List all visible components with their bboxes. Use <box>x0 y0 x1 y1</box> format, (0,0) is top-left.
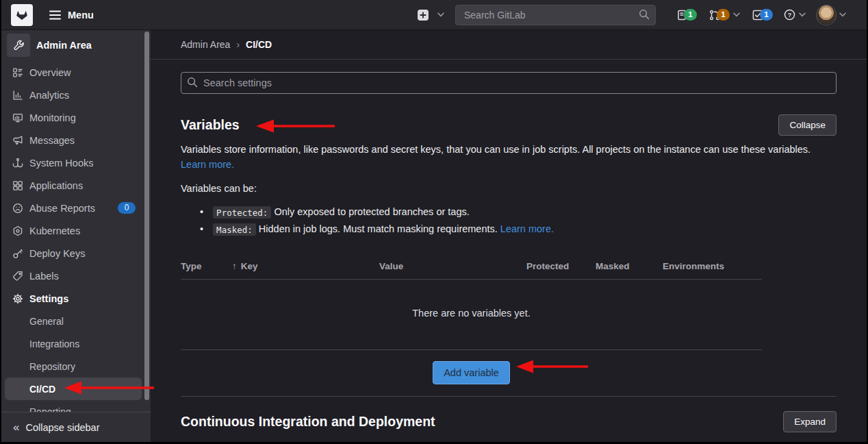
sidebar-item-label: Abuse Reports <box>29 203 95 214</box>
merge-requests-menu[interactable]: 1 <box>709 9 740 21</box>
sidebar-subitem-label: CI/CD <box>29 384 55 395</box>
settings-search-input[interactable] <box>181 72 837 94</box>
column-key-sortable[interactable]: ↑Key <box>232 261 379 271</box>
hook-icon <box>12 158 23 169</box>
masking-learn-more-link[interactable]: Learn more. <box>500 223 554 234</box>
column-key-label: Key <box>241 261 258 271</box>
overview-icon <box>12 67 23 78</box>
variables-table-header: Type ↑Key Value Protected Masked Environ… <box>181 261 762 280</box>
grid-icon <box>12 180 23 191</box>
variables-intro: Variables can be: <box>181 183 837 194</box>
breadcrumb-separator-icon: › <box>236 39 240 50</box>
sidebar-subitem-general[interactable]: General <box>1 310 151 332</box>
sidebar-subitem-repository[interactable]: Repository <box>1 355 151 378</box>
issues-count-badge: 1 <box>684 9 697 21</box>
monitor-icon <box>12 112 23 123</box>
todos-count-badge: 1 <box>760 9 773 21</box>
user-avatar <box>817 5 836 25</box>
chart-icon <box>12 90 23 101</box>
sidebar-item-label: Applications <box>29 180 83 191</box>
gitlab-logo[interactable] <box>11 4 33 26</box>
search-icon <box>639 9 650 23</box>
sidebar-nav: Admin Area Overview Analytics <box>1 30 151 412</box>
sidebar-item-overview[interactable]: Overview <box>1 61 151 84</box>
sidebar-item-label: System Hooks <box>29 158 93 169</box>
gitlab-admin-cicd-window: Menu <box>0 0 868 444</box>
sidebar-item-label: Messages <box>29 135 75 146</box>
variables-section: Variables Collapse Variables store infor… <box>181 114 837 396</box>
top-navbar: Menu <box>1 0 867 30</box>
gear-icon <box>12 293 23 304</box>
learn-more-link[interactable]: Learn more. <box>181 159 234 170</box>
sidebar-item-abuse-reports[interactable]: Abuse Reports 0 <box>1 197 151 219</box>
sidebar-item-label: Kubernetes <box>29 225 80 236</box>
admin-sidebar: Admin Area Overview Analytics <box>1 30 151 442</box>
expand-section-button[interactable]: Expand <box>783 411 837 432</box>
main-content: Admin Area › CI/CD Variables Collapse <box>151 30 867 442</box>
sidebar-item-label: Analytics <box>29 90 69 101</box>
variables-description: Variables store information, like passwo… <box>181 144 810 155</box>
user-menu[interactable] <box>817 5 846 25</box>
new-item-dropdown[interactable] <box>417 9 444 21</box>
sidebar-title: Admin Area <box>36 40 92 51</box>
chevron-down-icon <box>799 12 806 17</box>
kubernetes-icon <box>12 225 23 236</box>
chevron-down-icon <box>839 12 846 17</box>
sidebar-item-messages[interactable]: Messages <box>1 129 151 151</box>
tanuki-icon <box>14 8 29 23</box>
sidebar-scrollbar-thumb[interactable] <box>144 32 149 400</box>
collapse-sidebar-label: Collapse sidebar <box>25 422 99 433</box>
column-type: Type <box>181 261 232 271</box>
sidebar-item-deploy-keys[interactable]: Deploy Keys <box>1 242 151 264</box>
cicd-settings-section: Continuous Integration and Deployment Ex… <box>181 411 837 442</box>
double-chevron-left-icon: « <box>13 421 19 433</box>
settings-search <box>181 72 837 94</box>
help-menu[interactable]: ? <box>784 9 806 21</box>
sidebar-subitem-cicd[interactable]: CI/CD <box>5 378 142 400</box>
tag-icon <box>12 271 23 282</box>
protected-code-chip: Protected: <box>213 206 271 219</box>
bullet-item-protected: • Protected: Only exposed to protected b… <box>200 204 837 220</box>
sidebar-item-kubernetes[interactable]: Kubernetes <box>1 219 151 242</box>
column-masked: Masked <box>596 261 663 271</box>
issues-menu[interactable]: 1 <box>676 9 697 21</box>
menu-button[interactable]: Menu <box>49 10 94 21</box>
masked-code-chip: Masked: <box>213 223 256 236</box>
svg-text:?: ? <box>788 12 792 18</box>
collapse-section-button[interactable]: Collapse <box>778 114 837 136</box>
global-search-input[interactable] <box>455 5 656 25</box>
sidebar-item-labels[interactable]: Labels <box>1 264 151 287</box>
variables-title: Variables <box>181 114 240 135</box>
sort-ascending-icon: ↑ <box>232 261 237 271</box>
bullet-icon: • <box>200 206 203 217</box>
global-search <box>455 5 656 25</box>
variables-empty-state: There are no variables yet. <box>181 280 762 350</box>
merge-requests-count-badge: 1 <box>717 9 730 21</box>
sidebar-item-label: Overview <box>29 67 71 78</box>
sidebar-subitem-label: Reporting <box>29 406 71 412</box>
chevron-down-icon <box>733 12 740 17</box>
add-variable-button[interactable]: Add variable <box>433 361 510 384</box>
key-icon <box>12 248 23 259</box>
bullet-item-masked: • Masked: Hidden in job logs. Must match… <box>200 221 837 237</box>
sidebar-item-admin-area[interactable]: Admin Area <box>7 34 146 57</box>
sidebar-item-monitoring[interactable]: Monitoring <box>1 106 151 129</box>
bullet-icon: • <box>200 223 203 234</box>
sidebar-subitem-label: Repository <box>29 361 75 372</box>
sidebar-item-analytics[interactable]: Analytics <box>1 84 151 106</box>
menu-label: Menu <box>68 10 94 21</box>
protected-bullet-text: Only exposed to protected branches or ta… <box>274 206 469 217</box>
cicd-section-description: Customize CI/CD settings, including Auto… <box>181 439 837 442</box>
sidebar-item-settings[interactable]: Settings <box>1 287 151 310</box>
sidebar-subitem-reporting[interactable]: Reporting <box>1 400 151 412</box>
variables-bullet-list: • Protected: Only exposed to protected b… <box>181 204 837 237</box>
sidebar-item-label: Settings <box>29 293 68 304</box>
collapse-sidebar-button[interactable]: « Collapse sidebar <box>1 412 151 442</box>
sidebar-item-system-hooks[interactable]: System Hooks <box>1 151 151 174</box>
column-protected: Protected <box>526 261 596 271</box>
todos-menu[interactable]: 1 <box>752 9 773 21</box>
sidebar-subitem-integrations[interactable]: Integrations <box>1 332 151 355</box>
breadcrumb-admin-area[interactable]: Admin Area <box>181 39 230 50</box>
question-circle-icon: ? <box>784 9 795 21</box>
sidebar-item-applications[interactable]: Applications <box>1 174 151 197</box>
